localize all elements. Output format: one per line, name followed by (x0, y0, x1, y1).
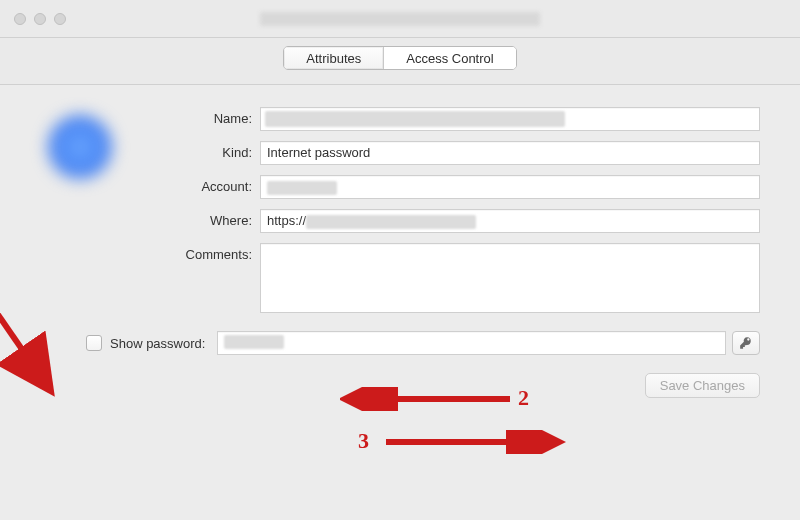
name-value-redacted (265, 111, 565, 127)
traffic-lights (14, 13, 66, 25)
annotation-arrow-3 (378, 430, 568, 454)
password-row: Show password: (40, 331, 760, 355)
password-field[interactable] (217, 331, 726, 355)
key-icon (739, 336, 753, 350)
tab-access-control[interactable]: Access Control (383, 47, 515, 69)
globe-icon (48, 115, 112, 179)
kind-field[interactable]: Internet password (260, 141, 760, 165)
comments-label: Comments: (132, 243, 252, 262)
window-title (260, 12, 540, 26)
password-value-redacted (224, 335, 284, 349)
account-value-redacted (267, 181, 337, 195)
kind-label: Kind: (132, 141, 252, 160)
password-assistant-button[interactable] (732, 331, 760, 355)
tab-bar: Attributes Access Control (0, 38, 800, 85)
minimize-window-icon[interactable] (34, 13, 46, 25)
segmented-control: Attributes Access Control (283, 46, 516, 70)
comments-field[interactable] (260, 243, 760, 313)
zoom-window-icon[interactable] (54, 13, 66, 25)
attributes-panel: Name: Kind: Internet password Account: W… (0, 85, 800, 520)
keychain-item-icon (48, 115, 112, 179)
show-password-label: Show password: (110, 336, 205, 351)
account-field[interactable] (260, 175, 760, 199)
save-changes-button[interactable]: Save Changes (645, 373, 760, 398)
window-titlebar (0, 0, 800, 38)
close-window-icon[interactable] (14, 13, 26, 25)
annotation-number-3: 3 (358, 430, 369, 452)
where-label: Where: (132, 209, 252, 228)
action-row: Save Changes (40, 373, 760, 398)
tab-attributes[interactable]: Attributes (284, 47, 383, 69)
where-field[interactable]: https:// (260, 209, 760, 233)
name-field[interactable] (260, 107, 760, 131)
where-value-redacted (306, 215, 476, 229)
name-label: Name: (132, 107, 252, 126)
annotation-number-2: 2 (518, 387, 529, 409)
show-password-checkbox[interactable] (86, 335, 102, 351)
where-prefix: https:// (267, 213, 306, 228)
attributes-form: Name: Kind: Internet password Account: W… (132, 107, 760, 313)
account-label: Account: (132, 175, 252, 194)
